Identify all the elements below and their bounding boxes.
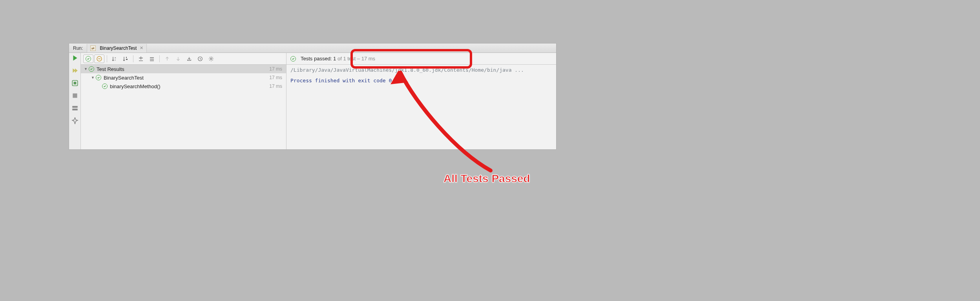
run-tool-window: Run: ⇄ BinarySearchTest ✕ <box>69 43 557 150</box>
toolbar-separator <box>159 55 160 62</box>
tree-row-label: BinarySearchTest <box>104 75 269 81</box>
svg-rect-1 <box>73 82 76 85</box>
toolbar-separator <box>133 55 133 62</box>
pin-icon[interactable] <box>71 117 78 124</box>
tab-binarysearchtest[interactable]: ⇄ BinarySearchTest ✕ <box>87 44 147 53</box>
collapse-all-button[interactable] <box>147 54 157 63</box>
tree-row-time: 17 ms <box>269 83 282 89</box>
test-status-bar: Tests passed: 1 of 1 test – 17 ms <box>287 53 556 65</box>
next-failed-button[interactable] <box>173 54 183 63</box>
tree-row-label: Test Results <box>97 66 269 72</box>
test-tree-pane: az <box>81 53 287 149</box>
left-gutter <box>69 53 81 149</box>
svg-rect-2 <box>73 93 77 98</box>
expand-all-button[interactable] <box>136 54 146 63</box>
toggle-auto-test-icon[interactable] <box>71 80 78 87</box>
tree-row-time: 17 ms <box>269 75 282 80</box>
tree-root-row[interactable]: ▼ Test Results 17 ms <box>81 65 286 73</box>
tree-row-label: binarySearchMethod() <box>110 83 269 89</box>
sort-by-duration-button[interactable] <box>120 54 131 63</box>
console-pane: Tests passed: 1 of 1 test – 17 ms /Libra… <box>287 53 556 149</box>
run-label: Run: <box>69 45 87 51</box>
tabbar: Run: ⇄ BinarySearchTest ✕ <box>69 44 556 53</box>
close-icon[interactable]: ✕ <box>140 45 143 51</box>
test-toolbar: az <box>81 53 286 65</box>
settings-button[interactable] <box>206 54 216 63</box>
stop-icon[interactable] <box>71 92 78 99</box>
tab-label: BinarySearchTest <box>100 45 137 51</box>
chevron-down-icon[interactable]: ▼ <box>84 67 88 71</box>
pass-icon <box>96 75 101 80</box>
svg-point-11 <box>210 58 212 59</box>
sort-alphabetically-button[interactable]: az <box>109 54 120 63</box>
console-line: /Library/Java/JavaVirtualMachines/jdk1.8… <box>290 66 552 74</box>
chevron-down-icon[interactable]: ▼ <box>91 76 95 80</box>
svg-rect-8 <box>126 57 127 58</box>
export-results-button[interactable] <box>184 54 194 63</box>
tree-method-row[interactable]: binarySearchMethod() 17 ms <box>81 82 286 91</box>
layout-icon[interactable] <box>71 105 78 112</box>
status-text: Tests passed: 1 of 1 test – 17 ms <box>301 56 375 62</box>
show-ignored-button[interactable] <box>94 54 104 63</box>
svg-rect-3 <box>72 106 78 108</box>
pass-icon <box>290 56 296 62</box>
previous-failed-button[interactable] <box>162 54 172 63</box>
run-icon[interactable] <box>71 54 78 62</box>
history-button[interactable] <box>195 54 205 63</box>
svg-rect-4 <box>72 109 78 111</box>
annotation-label: All Tests Passed <box>443 172 530 185</box>
pass-icon <box>89 66 94 72</box>
test-tree[interactable]: ▼ Test Results 17 ms ▼ BinarySearchTest … <box>81 65 286 149</box>
svg-rect-9 <box>126 59 128 60</box>
tree-row-time: 17 ms <box>269 66 282 72</box>
console-line: Process finished with exit code 0 <box>290 77 552 85</box>
rerun-failed-icon[interactable] <box>71 67 78 74</box>
tree-class-row[interactable]: ▼ BinarySearchTest 17 ms <box>81 73 286 82</box>
toolbar-separator <box>107 55 107 62</box>
console-output[interactable]: /Library/Java/JavaVirtualMachines/jdk1.8… <box>287 65 556 149</box>
show-passed-button[interactable] <box>83 54 93 63</box>
test-file-icon: ⇄ <box>90 45 96 51</box>
svg-text:z: z <box>115 59 116 61</box>
pass-icon <box>102 83 108 89</box>
